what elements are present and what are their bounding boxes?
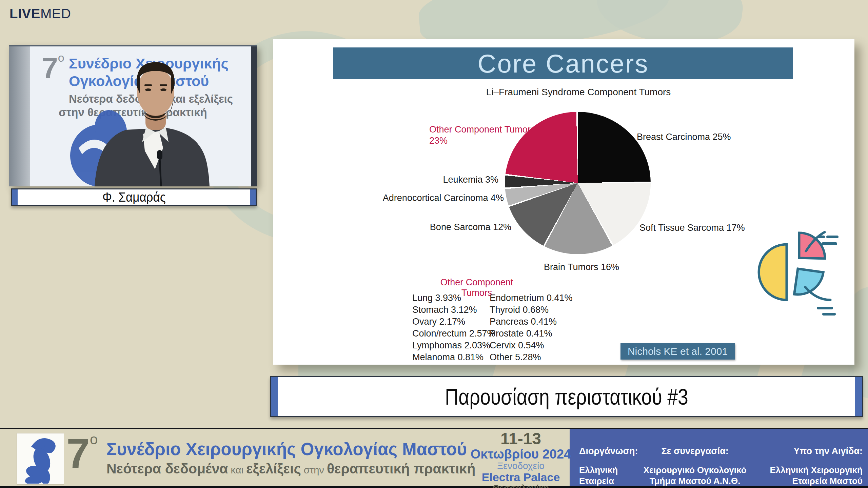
speaker-head bbox=[137, 62, 175, 130]
pie-label-breast: Breast Carcinoma 25% bbox=[637, 131, 731, 143]
pie-label-leukemia: Leukemia 3% bbox=[410, 174, 498, 185]
caption-accent-left bbox=[271, 377, 278, 416]
list-item: Other 5.28% bbox=[490, 352, 573, 364]
pie-label-soft-tissue: Soft Tissue Sarcoma 17% bbox=[639, 222, 745, 233]
footer-conference-subtitle: Νεότερα δεδομένα και εξελίξεις στην θερα… bbox=[106, 461, 475, 477]
organizers-panel: Διοργάνωση: Ελληνική Εταιρεία Ερεύνης το… bbox=[570, 429, 868, 488]
venue-label: Ξενοδοχείο bbox=[470, 461, 572, 471]
footer-conference-title: Συνέδριο Χειρουργικής Ογκολογίας Μαστού bbox=[106, 439, 467, 459]
conference-footer: 7ο Συνέδριο Χειρουργικής Ογκολογίας Μαστ… bbox=[0, 428, 868, 488]
pie-label-adrenocortical: Adrenocortical Carcinoma 4% bbox=[372, 192, 504, 204]
stripe-gap bbox=[492, 364, 628, 378]
pie-label-bone-sarcoma: Bone Sarcoma 12% bbox=[406, 222, 511, 233]
pie-chart-icon bbox=[752, 224, 840, 319]
matisse-logo-card bbox=[17, 433, 64, 485]
footer-edition: 7ο bbox=[66, 432, 98, 474]
slide-subtitle: Li–Fraumeni Syndrome Component Tumors bbox=[375, 87, 782, 98]
stripe-gap bbox=[757, 364, 805, 378]
list-item: Lymphomas 2.03% bbox=[412, 340, 495, 352]
logo-med: MED bbox=[40, 6, 71, 21]
other-breakdown-right-column: Endometrium 0.41% Thyroid 0.68% Pancreas… bbox=[490, 293, 573, 364]
plate-accent-right bbox=[250, 189, 256, 205]
speaker-name-plate: Φ. Σαμαράς bbox=[11, 188, 257, 206]
other-breakdown-left-column: Lung 3.93% Stomach 3.12% Ovary 2.17% Col… bbox=[412, 293, 495, 364]
matisse-figure-icon bbox=[17, 433, 63, 484]
speaker-name: Φ. Σαμαράς bbox=[102, 190, 165, 205]
auspices-column: Υπο την Αιγίδα: Ελληνική Χειρουργική Ετα… bbox=[749, 446, 868, 488]
list-item: Thyroid 0.68% bbox=[490, 305, 573, 317]
logo-live: LIVE bbox=[9, 6, 40, 21]
caption-title: Παρουσίαση περιστατικού #3 bbox=[445, 384, 688, 410]
list-item: Endometrium 0.41% bbox=[490, 293, 573, 305]
speaker-video: 7ο Συνέδριο Χειρουργικής Ογκολογίας Μαστ… bbox=[9, 45, 257, 186]
list-item: Ovary 2.17% bbox=[412, 317, 495, 328]
list-item: Prostate 0.41% bbox=[490, 328, 573, 340]
list-item: Pancreas 0.41% bbox=[490, 317, 573, 328]
collaboration-column: Σε συνεργασία: Χειρουργικό Ογκολογικό Τμ… bbox=[641, 446, 749, 488]
footer-bottom-line bbox=[0, 486, 868, 488]
slide-title-banner: Core Cancers bbox=[333, 47, 793, 79]
venue-name: Electra Palace bbox=[470, 471, 572, 483]
stripe-watermark bbox=[298, 365, 854, 376]
list-item: Stomach 3.12% bbox=[412, 305, 495, 317]
pie-label-other: Other Component Tumors 23% bbox=[429, 124, 535, 146]
presentation-slide: Core Cancers Li–Fraumeni Syndrome Compon… bbox=[273, 39, 854, 365]
caption-accent-right bbox=[855, 377, 862, 416]
frame-edge bbox=[251, 46, 257, 186]
plate-accent-left bbox=[12, 189, 18, 205]
venue-city: Θεσσαλονίκη bbox=[470, 483, 572, 488]
citation-box: Nichols KE et al. 2001 bbox=[620, 343, 735, 360]
organizer-column: Διοργάνωση: Ελληνική Εταιρεία Ερεύνης το… bbox=[570, 446, 641, 488]
slide-title: Core Cancers bbox=[478, 49, 649, 78]
livestream-frame: LIVEMED 7ο Συνέδριο Χειρουργικής Ογκολογ… bbox=[0, 0, 868, 488]
list-item: Colon/rectum 2.57% bbox=[412, 328, 495, 340]
event-date-block: 11-13 Οκτωβρίου 2024 Ξενοδοχείο Electra … bbox=[470, 430, 572, 488]
caption-bar: Παρουσίαση περιστατικού #3 bbox=[270, 376, 863, 417]
speaker-figure bbox=[9, 46, 257, 186]
list-item: Melanoma 0.81% bbox=[412, 352, 495, 364]
list-item: Lung 3.93% bbox=[412, 293, 495, 305]
list-item: Cervix 0.54% bbox=[490, 340, 573, 352]
pie-label-brain-tumors: Brain Tumors 16% bbox=[526, 262, 637, 273]
date-month: Οκτωβρίου 2024 bbox=[470, 447, 572, 461]
date-range: 11-13 bbox=[470, 430, 572, 447]
livemed-logo: LIVEMED bbox=[9, 6, 71, 21]
